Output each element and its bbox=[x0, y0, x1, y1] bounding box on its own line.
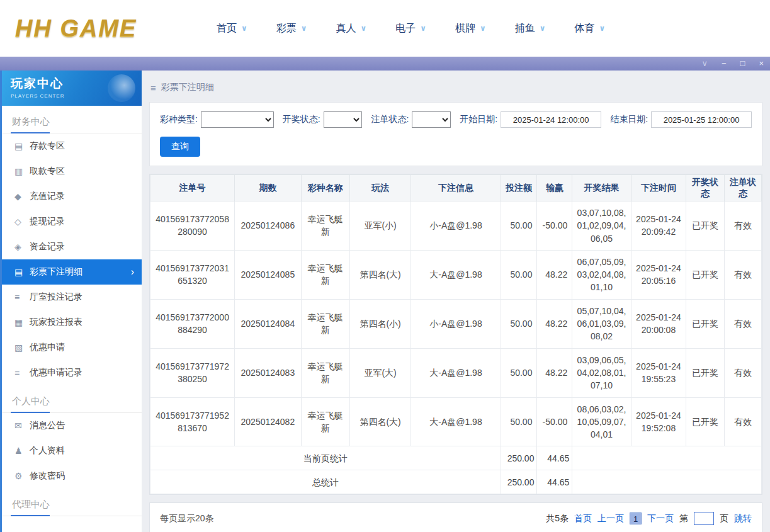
cell-play: 亚军(大) bbox=[349, 348, 411, 397]
search-button[interactable]: 查询 bbox=[160, 137, 200, 157]
current-page[interactable]: 1 bbox=[630, 512, 642, 524]
nav-item-label: 体育 bbox=[575, 22, 595, 35]
summary-amount: 250.00 bbox=[501, 446, 537, 470]
table-row: 40156917377205828009020250124086幸运飞艇新亚军(… bbox=[150, 201, 762, 251]
nav-item[interactable]: 棋牌∨ bbox=[455, 22, 486, 35]
top-navigation-bar: HH GAME 首页∨彩票∨真人∨电子∨棋牌∨捕鱼∨体育∨ bbox=[0, 0, 770, 57]
pagination-bar: 每页显示20条 共5条 首页 上一页 1 下一页 第 页 跳转 bbox=[149, 502, 762, 532]
sidebar-section: 代理中心 bbox=[2, 489, 142, 516]
sidebar-item-recharge-record[interactable]: ◆充值记录 bbox=[2, 184, 142, 209]
sidebar-item-withdraw-zone[interactable]: ▥取款专区 bbox=[2, 159, 142, 184]
nav-item-label: 电子 bbox=[395, 22, 416, 35]
end-date-input[interactable] bbox=[651, 111, 752, 128]
maximize-button[interactable]: □ bbox=[740, 57, 745, 71]
summary-empty bbox=[572, 446, 762, 470]
sidebar-item-player-bet-report[interactable]: ▦玩家投注报表 bbox=[2, 310, 142, 335]
chevron-down-icon: ∨ bbox=[599, 24, 606, 33]
nav-item[interactable]: 电子∨ bbox=[395, 22, 426, 35]
gift-icon: ▧ bbox=[14, 342, 30, 353]
nav-item[interactable]: 真人∨ bbox=[336, 22, 367, 35]
cell-bet_info: 大-A盘@1.98 bbox=[411, 250, 501, 299]
cell-play: 第四名(大) bbox=[349, 250, 411, 299]
sidebar-section-title: 个人中心 bbox=[2, 385, 142, 413]
table-row: 40156917377195281367020250124082幸运飞艇新第四名… bbox=[150, 397, 762, 446]
cell-time: 2025-01-24 20:00:08 bbox=[631, 299, 686, 348]
coins-icon: ▥ bbox=[14, 166, 30, 176]
column-header: 输赢 bbox=[537, 175, 572, 201]
minimize-button[interactable]: − bbox=[722, 57, 727, 71]
column-header: 下注信息 bbox=[411, 175, 501, 201]
nav-item[interactable]: 捕鱼∨ bbox=[515, 22, 546, 35]
summary-row: 总统计250.0044.65 bbox=[150, 470, 762, 494]
cell-period: 20250124086 bbox=[235, 201, 302, 251]
cell-draw_status: 已开奖 bbox=[686, 250, 725, 299]
sidebar-item-hall-bet-record[interactable]: ≡厅室投注记录 bbox=[2, 285, 142, 310]
column-header: 下注时间 bbox=[631, 175, 686, 201]
summary-label: 总统计 bbox=[150, 470, 501, 494]
sidebar-section: 个人中心✉消息公告♟个人资料⚙修改密码 bbox=[2, 385, 142, 489]
draw-status-select[interactable] bbox=[324, 111, 363, 128]
mail-icon: ✉ bbox=[14, 421, 30, 431]
sidebar-item-deposit-zone[interactable]: ▤存款专区 bbox=[2, 133, 142, 159]
cell-time: 2025-01-24 19:55:23 bbox=[631, 348, 686, 397]
column-header: 开奖状态 bbox=[686, 175, 725, 201]
jump-button[interactable]: 跳转 bbox=[734, 513, 752, 524]
cell-period: 20250124084 bbox=[235, 299, 302, 348]
table-row: 40156917377200088429020250124084幸运飞艇新第四名… bbox=[150, 299, 762, 348]
filter-row: 彩种类型: 开奖状态: 注单状态: 开始日期: 结束日期: bbox=[160, 111, 752, 128]
sidebar-item-label: 玩家投注报表 bbox=[30, 317, 82, 328]
sidebar-item-withdrawal-record[interactable]: ◇提现记录 bbox=[2, 209, 142, 234]
bet-status-select[interactable] bbox=[412, 111, 451, 128]
first-page-link[interactable]: 首页 bbox=[574, 513, 592, 524]
app-body: 玩家中心 PLAYERS CENTER 财务中心▤存款专区▥取款专区◆充值记录◇… bbox=[0, 71, 770, 532]
sidebar-item-label: 充值记录 bbox=[30, 191, 65, 202]
table-panel: 注单号期数彩种名称玩法下注信息投注额输赢开奖结果下注时间开奖状态注单状态4015… bbox=[149, 174, 762, 495]
chevron-down-icon[interactable]: ∨ bbox=[701, 57, 708, 71]
cell-bet_no: 401569173772058280090 bbox=[150, 201, 235, 251]
cell-period: 20250124082 bbox=[235, 397, 302, 446]
cell-lottery: 幸运飞艇新 bbox=[301, 250, 349, 299]
cell-lottery: 幸运飞艇新 bbox=[301, 299, 349, 348]
lottery-type-label: 彩种类型: bbox=[160, 114, 198, 125]
jump-prefix: 第 bbox=[679, 513, 688, 524]
cell-draw_status: 已开奖 bbox=[686, 299, 725, 348]
cell-play: 第四名(大) bbox=[349, 397, 411, 446]
sidebar-item-change-password[interactable]: ⚙修改密码 bbox=[2, 463, 142, 489]
sidebar-header: 玩家中心 PLAYERS CENTER bbox=[2, 71, 142, 106]
table-header-row: 注单号期数彩种名称玩法下注信息投注额输赢开奖结果下注时间开奖状态注单状态 bbox=[150, 175, 762, 201]
page-jump-input[interactable] bbox=[694, 512, 714, 525]
column-header: 注单状态 bbox=[725, 175, 762, 201]
sidebar-item-profile[interactable]: ♟个人资料 bbox=[2, 438, 142, 463]
lottery-type-select[interactable] bbox=[201, 111, 274, 128]
start-date-label: 开始日期: bbox=[460, 114, 497, 125]
nav-item[interactable]: 体育∨ bbox=[575, 22, 606, 35]
column-header: 投注额 bbox=[501, 175, 537, 201]
sidebar-item-funds-record[interactable]: ◈资金记录 bbox=[2, 234, 142, 259]
prev-page-link[interactable]: 上一页 bbox=[597, 513, 624, 524]
cell-bet_status: 有效 bbox=[725, 397, 762, 446]
start-date-input[interactable] bbox=[501, 111, 601, 128]
sidebar-item-promo-apply-record[interactable]: ≡优惠申请记录 bbox=[2, 360, 142, 385]
cell-bet_status: 有效 bbox=[725, 299, 762, 348]
cell-play: 亚军(小) bbox=[349, 201, 411, 251]
cell-time: 2025-01-24 20:05:16 bbox=[631, 250, 686, 299]
nav-item[interactable]: 彩票∨ bbox=[276, 22, 307, 35]
sidebar-item-messages[interactable]: ✉消息公告 bbox=[2, 413, 142, 438]
next-page-link[interactable]: 下一页 bbox=[647, 513, 674, 524]
cell-bet_no: 401569173772031651320 bbox=[150, 250, 235, 299]
sidebar-item-lottery-bet-details[interactable]: ▤彩票下注明细› bbox=[2, 259, 142, 285]
draw-status-label: 开奖状态: bbox=[283, 114, 320, 125]
cell-lottery: 幸运飞艇新 bbox=[301, 348, 349, 397]
sidebar-section: 财务中心▤存款专区▥取款专区◆充值记录◇提现记录◈资金记录▤彩票下注明细›≡厅室… bbox=[2, 106, 142, 385]
card-icon: ▤ bbox=[14, 141, 30, 151]
nav-item-label: 首页 bbox=[217, 22, 237, 35]
sidebar-item-label: 取款专区 bbox=[30, 166, 65, 177]
cell-amount: 50.00 bbox=[501, 348, 537, 397]
report-icon: ▦ bbox=[14, 317, 30, 327]
nav-item[interactable]: 首页∨ bbox=[217, 22, 247, 35]
cell-draw_status: 已开奖 bbox=[686, 397, 725, 446]
cell-winloss: -50.00 bbox=[537, 397, 572, 446]
cell-bet_info: 小-A盘@1.98 bbox=[411, 201, 501, 251]
sidebar-item-promo-apply[interactable]: ▧优惠申请 bbox=[2, 335, 142, 360]
close-button[interactable]: × bbox=[759, 57, 764, 71]
